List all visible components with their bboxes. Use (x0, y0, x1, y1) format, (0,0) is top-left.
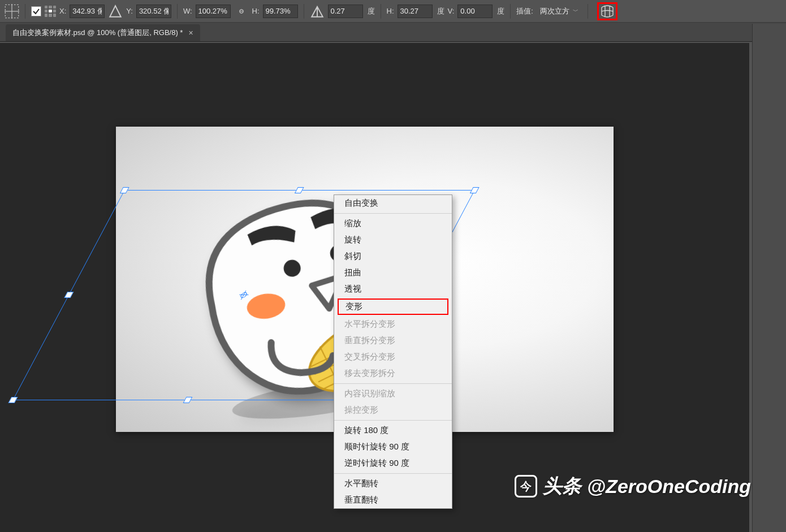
warp-mode-button[interactable] (597, 2, 617, 20)
rotate-input[interactable] (328, 5, 363, 18)
skew-v-label: V: (448, 7, 455, 15)
h-input[interactable] (263, 5, 298, 18)
menu-remove-split: 移去变形拆分 (334, 365, 452, 382)
w-input[interactable] (196, 5, 231, 18)
menu-rotate-180[interactable]: 旋转 180 度 (334, 422, 452, 439)
menu-rotate-90ccw[interactable]: 逆时针旋转 90 度 (334, 455, 452, 472)
handle-top-left[interactable] (120, 187, 129, 193)
y-label: Y: (126, 7, 133, 15)
menu-split-v: 垂直拆分变形 (334, 332, 452, 349)
h-label: H: (252, 7, 260, 15)
menu-skew[interactable]: 斜切 (334, 248, 452, 265)
document-tab[interactable]: 自由变换案例素材.psd @ 100% (普通图层, RGB/8) * × (6, 24, 200, 41)
watermark: 今 头条 @ZeroOneCoding (515, 473, 751, 499)
skew-h-unit: 度 (437, 6, 444, 16)
menu-split-cross: 交叉拆分变形 (334, 349, 452, 365)
reference-point-grid[interactable] (45, 6, 56, 17)
delta-icon[interactable] (108, 4, 123, 19)
menu-divider (334, 473, 452, 474)
menu-divider (334, 420, 452, 421)
watermark-prefix: 头条 (543, 473, 581, 499)
menu-free-transform[interactable]: 自由变换 (334, 195, 452, 211)
menu-divider (334, 213, 452, 214)
w-label: W: (183, 7, 192, 15)
menu-rotate-90cw[interactable]: 顺时针旋转 90 度 (334, 439, 452, 455)
menu-warp[interactable]: 变形 (338, 299, 448, 315)
menu-content-aware: 内容识别缩放 (334, 386, 452, 402)
skew-h-label: H: (387, 7, 394, 15)
y-input[interactable] (136, 5, 171, 18)
x-label: X: (59, 7, 66, 15)
toggle-reference-checkbox[interactable] (31, 6, 41, 16)
handle-top-right[interactable] (470, 187, 480, 193)
handle-bottom-left[interactable] (8, 397, 18, 403)
skew-v-input[interactable] (457, 5, 493, 18)
menu-split-h: 水平拆分变形 (334, 316, 452, 332)
menu-flip-h[interactable]: 水平翻转 (334, 475, 452, 492)
interpolation-label: 插值: (516, 6, 533, 16)
document-tab-bar: 自由变换案例素材.psd @ 100% (普通图层, RGB/8) * × (0, 23, 786, 42)
chevron-down-icon: ﹀ (573, 7, 578, 15)
menu-divider (334, 383, 452, 384)
transform-context-menu: 自由变换 缩放 旋转 斜切 扭曲 透视 变形 水平拆分变形 垂直拆分变形 交叉拆… (334, 194, 452, 509)
link-aspect-icon[interactable] (234, 4, 249, 19)
menu-puppet: 操控变形 (334, 402, 452, 418)
interpolation-dropdown[interactable]: 两次立方 ﹀ (537, 6, 582, 16)
skew-h-input[interactable] (398, 5, 433, 18)
menu-distort[interactable]: 扭曲 (334, 265, 452, 281)
interpolation-value: 两次立方 (540, 6, 569, 16)
transform-options-bar: X: Y: W: H: 度 H: 度 V: 度 插值: 两次立方 ﹀ (0, 0, 786, 23)
rotate-icon (310, 4, 325, 19)
document-tab-title: 自由变换案例素材.psd @ 100% (普通图层, RGB/8) * (12, 28, 183, 38)
close-tab-icon[interactable]: × (188, 28, 193, 37)
skew-v-unit: 度 (497, 6, 504, 16)
handle-mid-left[interactable] (64, 292, 74, 298)
tool-icon (5, 4, 19, 19)
rotate-unit: 度 (368, 6, 375, 16)
menu-flip-v[interactable]: 垂直翻转 (334, 492, 452, 508)
right-dock-panel (752, 24, 786, 532)
x-input[interactable] (70, 5, 105, 18)
watermark-logo-icon: 今 (515, 475, 537, 498)
menu-rotate[interactable]: 旋转 (334, 232, 452, 248)
menu-perspective[interactable]: 透视 (334, 281, 452, 297)
watermark-handle: @ZeroOneCoding (587, 475, 751, 498)
menu-scale[interactable]: 缩放 (334, 215, 452, 232)
